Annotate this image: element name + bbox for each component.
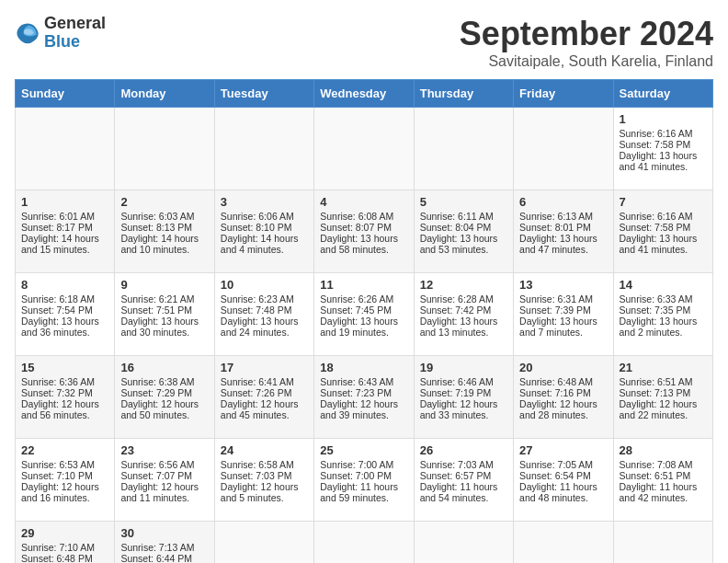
daylight-text: Daylight: 11 hours and 54 minutes. <box>420 481 498 503</box>
calendar-week-row: 1 Sunrise: 6:01 AM Sunset: 8:17 PM Dayli… <box>16 190 713 273</box>
sunset-text: Sunset: 7:29 PM <box>120 387 192 398</box>
sunrise-text: Sunrise: 7:08 AM <box>620 459 693 470</box>
sunrise-text: Sunrise: 6:41 AM <box>221 376 294 387</box>
logo-text: General Blue <box>44 15 106 52</box>
calendar-week-row: 8 Sunrise: 6:18 AM Sunset: 7:54 PM Dayli… <box>16 273 713 356</box>
sunset-text: Sunset: 8:04 PM <box>420 222 492 233</box>
calendar-cell: 1 Sunrise: 6:16 AM Sunset: 7:58 PM Dayli… <box>613 108 712 190</box>
sunrise-text: Sunrise: 7:13 AM <box>120 542 194 553</box>
daylight-text: Daylight: 12 hours and 5 minutes. <box>221 481 299 503</box>
sunrise-text: Sunrise: 7:10 AM <box>21 542 95 553</box>
daylight-text: Daylight: 13 hours and 53 minutes. <box>420 233 498 255</box>
logo-icon <box>15 20 40 46</box>
calendar-day-header: Monday <box>115 80 214 108</box>
daylight-text: Daylight: 13 hours and 24 minutes. <box>221 316 299 338</box>
calendar-cell <box>514 108 613 190</box>
calendar-cell: 26 Sunrise: 7:03 AM Sunset: 6:57 PM Dayl… <box>414 439 513 522</box>
calendar-cell: 21 Sunrise: 6:51 AM Sunset: 7:13 PM Dayl… <box>613 356 712 439</box>
sunrise-text: Sunrise: 6:06 AM <box>221 211 294 222</box>
sunset-text: Sunset: 6:54 PM <box>519 470 591 481</box>
calendar-cell: 30 Sunrise: 7:13 AM Sunset: 6:44 PM Dayl… <box>115 522 214 564</box>
sunset-text: Sunset: 7:19 PM <box>420 387 492 398</box>
calendar-cell: 5 Sunrise: 6:11 AM Sunset: 8:04 PM Dayli… <box>414 190 513 273</box>
sunset-text: Sunset: 7:45 PM <box>320 304 392 316</box>
sunset-text: Sunset: 7:39 PM <box>519 304 591 316</box>
calendar-cell <box>214 108 313 190</box>
calendar-cell: 10 Sunrise: 6:23 AM Sunset: 7:48 PM Dayl… <box>214 273 313 356</box>
calendar-cell: 18 Sunrise: 6:43 AM Sunset: 7:23 PM Dayl… <box>314 356 414 439</box>
sunrise-text: Sunrise: 6:53 AM <box>21 459 95 470</box>
calendar-cell: 3 Sunrise: 6:06 AM Sunset: 8:10 PM Dayli… <box>214 190 313 273</box>
daylight-text: Daylight: 12 hours and 16 minutes. <box>21 481 99 503</box>
sunrise-text: Sunrise: 6:58 AM <box>221 459 294 470</box>
calendar-day-header: Wednesday <box>314 80 414 108</box>
daylight-text: Daylight: 13 hours and 7 minutes. <box>519 316 597 338</box>
calendar-cell: 27 Sunrise: 7:05 AM Sunset: 6:54 PM Dayl… <box>514 439 613 522</box>
day-number: 5 <box>420 195 507 209</box>
sunrise-text: Sunrise: 6:36 AM <box>21 376 95 387</box>
calendar-cell <box>414 522 513 564</box>
sunrise-text: Sunrise: 6:13 AM <box>519 211 593 222</box>
sunset-text: Sunset: 7:26 PM <box>221 387 292 398</box>
sunrise-text: Sunrise: 6:33 AM <box>620 293 693 304</box>
day-number: 26 <box>420 443 507 457</box>
daylight-text: Daylight: 14 hours and 4 minutes. <box>221 233 299 255</box>
sunrise-text: Sunrise: 7:00 AM <box>320 459 393 470</box>
sunset-text: Sunset: 7:16 PM <box>519 387 591 398</box>
sunset-text: Sunset: 6:57 PM <box>420 470 492 481</box>
sunrise-text: Sunrise: 6:48 AM <box>519 376 593 387</box>
daylight-text: Daylight: 12 hours and 28 minutes. <box>519 398 597 420</box>
day-number: 22 <box>21 443 108 457</box>
sunset-text: Sunset: 8:13 PM <box>120 222 192 233</box>
calendar-cell: 7 Sunrise: 6:16 AM Sunset: 7:58 PM Dayli… <box>613 190 712 273</box>
daylight-text: Daylight: 13 hours and 47 minutes. <box>519 233 597 255</box>
day-number: 15 <box>21 361 108 374</box>
calendar-cell: 2 Sunrise: 6:03 AM Sunset: 8:13 PM Dayli… <box>115 190 214 273</box>
calendar-cell: 11 Sunrise: 6:26 AM Sunset: 7:45 PM Dayl… <box>314 273 414 356</box>
calendar-cell: 20 Sunrise: 6:48 AM Sunset: 7:16 PM Dayl… <box>514 356 613 439</box>
day-number: 21 <box>620 361 707 374</box>
calendar-day-header: Sunday <box>16 80 115 108</box>
calendar-cell: 8 Sunrise: 6:18 AM Sunset: 7:54 PM Dayli… <box>16 273 115 356</box>
sunrise-text: Sunrise: 6:56 AM <box>120 459 194 470</box>
day-number: 8 <box>21 278 108 292</box>
calendar-header-row: SundayMondayTuesdayWednesdayThursdayFrid… <box>16 80 713 108</box>
sunrise-text: Sunrise: 6:01 AM <box>21 211 95 222</box>
logo-general-text: General <box>44 15 106 33</box>
sunset-text: Sunset: 7:35 PM <box>620 304 691 316</box>
sunset-text: Sunset: 7:51 PM <box>120 304 192 316</box>
daylight-text: Daylight: 13 hours and 13 minutes. <box>420 316 498 338</box>
daylight-text: Daylight: 13 hours and 30 minutes. <box>120 316 199 338</box>
calendar-cell <box>115 108 214 190</box>
daylight-text: Daylight: 12 hours and 50 minutes. <box>120 398 199 420</box>
sunset-text: Sunset: 7:03 PM <box>221 470 292 481</box>
day-number: 20 <box>519 361 607 374</box>
title-area: September 2024 Savitaipale, South Kareli… <box>460 15 713 70</box>
day-number: 17 <box>221 361 308 374</box>
sunrise-text: Sunrise: 6:18 AM <box>21 293 95 304</box>
daylight-text: Daylight: 13 hours and 19 minutes. <box>320 316 398 338</box>
day-number: 9 <box>120 278 208 292</box>
calendar-cell: 13 Sunrise: 6:31 AM Sunset: 7:39 PM Dayl… <box>514 273 613 356</box>
sunset-text: Sunset: 6:51 PM <box>620 470 691 481</box>
sunrise-text: Sunrise: 6:43 AM <box>320 376 393 387</box>
sunset-text: Sunset: 7:32 PM <box>21 387 93 398</box>
sunset-text: Sunset: 7:42 PM <box>420 304 492 316</box>
daylight-text: Daylight: 12 hours and 33 minutes. <box>420 398 498 420</box>
sunset-text: Sunset: 7:58 PM <box>620 139 691 150</box>
day-number: 24 <box>221 443 308 457</box>
location-subtitle: Savitaipale, South Karelia, Finland <box>460 53 713 70</box>
day-number: 3 <box>221 195 308 209</box>
calendar-week-row: 15 Sunrise: 6:36 AM Sunset: 7:32 PM Dayl… <box>16 356 713 439</box>
calendar-cell <box>314 522 414 564</box>
sunrise-text: Sunrise: 6:16 AM <box>620 211 693 222</box>
day-number: 16 <box>120 361 208 374</box>
sunset-text: Sunset: 7:58 PM <box>620 222 691 233</box>
day-number: 2 <box>120 195 208 209</box>
sunset-text: Sunset: 8:07 PM <box>320 222 392 233</box>
daylight-text: Daylight: 13 hours and 36 minutes. <box>21 316 99 338</box>
calendar-cell: 6 Sunrise: 6:13 AM Sunset: 8:01 PM Dayli… <box>514 190 613 273</box>
calendar-cell: 4 Sunrise: 6:08 AM Sunset: 8:07 PM Dayli… <box>314 190 414 273</box>
daylight-text: Daylight: 14 hours and 15 minutes. <box>21 233 99 255</box>
sunset-text: Sunset: 7:07 PM <box>120 470 192 481</box>
